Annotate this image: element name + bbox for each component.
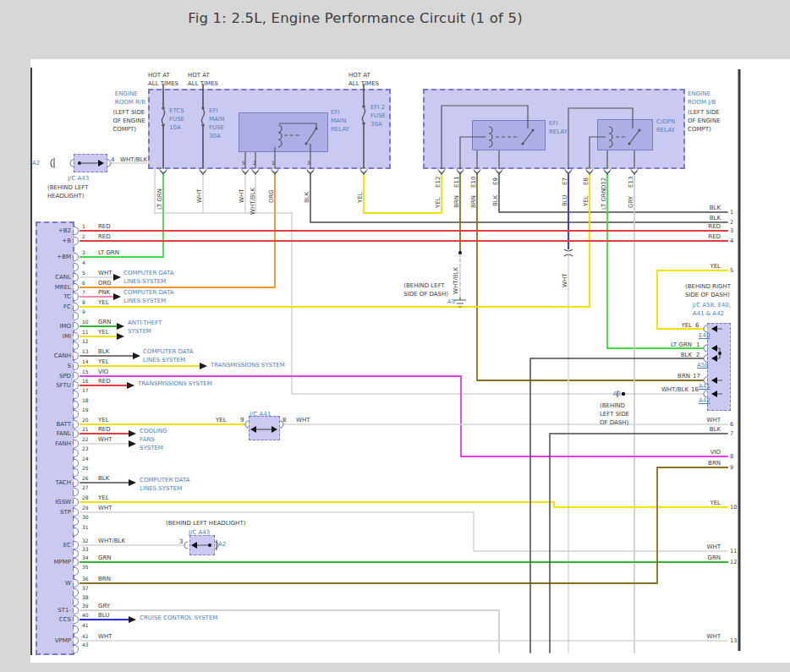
ecm-pin-number: 13 <box>82 348 89 356</box>
diagram-label: ANTI-THEFT SYSTEM <box>128 319 162 336</box>
wire-color-label: VIO <box>98 368 108 376</box>
diagram-label: WHT/BLK <box>249 188 257 215</box>
diagram-label: (BEHIND LEFT HEADLIGHT) <box>166 519 245 527</box>
ecm-pin-number: 34 <box>82 555 89 562</box>
ecm-pin-number: 37 <box>82 585 89 593</box>
ecm-pin-name: MPMP <box>53 558 71 566</box>
diagram-label: A2 <box>218 540 226 549</box>
junction-link[interactable]: A58 <box>697 361 709 369</box>
edge-wire-color-label: BRN <box>708 459 721 467</box>
diagram-label: LT GRN <box>671 341 692 349</box>
wire-color-label: RED <box>98 377 111 385</box>
wire-color-label: WHT/BLK <box>98 537 125 545</box>
diagram-label: YEL <box>582 195 590 206</box>
junction-link[interactable]: E40 <box>699 331 710 340</box>
ecm-pin-name: +B <box>62 237 71 245</box>
edge-wire-color-label: RED <box>708 232 721 241</box>
ecm-pin-number: 35 <box>82 564 89 571</box>
diagram-label: HOT AT ALL TIMES <box>148 71 178 88</box>
ecm-pin-name: IGSW <box>55 498 71 506</box>
ecm-pin-name: FANL <box>57 429 71 438</box>
relay-internals <box>245 106 641 169</box>
diagram-label: E10 <box>469 177 478 188</box>
ecm-pin-number: 19 <box>82 407 89 414</box>
diagram-label: A2 <box>32 159 40 167</box>
diagram-label: (BEHIND LEFT HEADLIGHT) <box>47 183 89 200</box>
ecm-pin-number: 12 <box>82 338 89 346</box>
edge-wire-number: 2 <box>730 219 733 227</box>
edge-wire-number: 10 <box>730 504 737 511</box>
wire-color-label: GRY <box>98 602 110 610</box>
junction-link[interactable]: A41 <box>699 382 710 391</box>
diagram-label: 1 <box>272 160 275 167</box>
diagram-label: BRN <box>678 372 690 380</box>
diagram-label: EFI MAIN RELAY <box>331 108 349 134</box>
wire-color-label: GRN <box>98 554 112 562</box>
ecm-pin-name: SFTU <box>56 381 71 390</box>
ecm-pin-number: 33 <box>82 546 89 554</box>
diagram-label: YEL <box>681 321 692 330</box>
ecm-pin-number: 10 <box>82 319 89 326</box>
ecm-pin-name: +BM <box>57 253 71 261</box>
ecm-pin-name: BATT <box>57 420 71 429</box>
diagram-label: TRANSMISSIONS SYSTEM <box>138 380 212 388</box>
ecm-pin-name: IMO <box>59 322 71 331</box>
ecm-pin-number: 7 <box>82 289 85 297</box>
wires <box>80 163 727 653</box>
diagram-label: COMPUTER DATA LINES SYSTEM <box>123 269 174 286</box>
diagram-label: HOT AT ALL TIMES <box>348 71 379 88</box>
diagram-label: 17 <box>693 372 700 380</box>
ecm-pin-name: STP <box>60 508 71 516</box>
diagram-label: EFI 2 FUSE 30A <box>370 103 386 128</box>
diagram-label: E8 <box>582 178 590 185</box>
system-arrow-icon <box>117 323 124 330</box>
system-arrow-icon <box>113 293 121 300</box>
diagram-label: 1 <box>696 341 699 349</box>
ecm-pin-number: 25 <box>82 465 89 473</box>
junction-link[interactable]: A42 <box>699 396 710 405</box>
ecm-pin-number: 18 <box>82 397 89 405</box>
edge-wire-number: 4 <box>730 238 733 245</box>
diagram-label: GRY <box>627 196 635 208</box>
ecm-pin-number: 31 <box>82 524 89 532</box>
diagram-label: BLU <box>561 195 569 206</box>
edge-wire-number: 12 <box>730 559 737 566</box>
diagram-label: COMPUTER DATA LINES SYSTEM <box>123 288 174 305</box>
edge-wire-color-label: BLK <box>710 425 721 434</box>
diagram-label: COMPUTER DATA LINES SYSTEM <box>143 347 194 364</box>
diagram-label: 2 <box>253 160 256 167</box>
edge-wire-number: 7 <box>730 430 733 438</box>
diagram-label: LT GRN <box>600 188 608 210</box>
ecm-pin-number: 2 <box>82 233 85 241</box>
system-arrow-icon <box>129 440 136 447</box>
diagram-label: E7 <box>561 178 569 185</box>
system-arrow-icon <box>200 363 207 369</box>
wire-color-label: LT GRN <box>98 249 119 257</box>
ecm-pin-name: S <box>68 362 71 370</box>
diagram-label: (BEHIND RIGHT SIDE OF DASH) <box>685 282 731 299</box>
ecm-pin-number: 27 <box>82 484 89 492</box>
edge-wire-number: 8 <box>730 453 733 461</box>
ecm-pin-number: 42 <box>82 633 89 641</box>
diagram-label: E9 <box>491 178 500 185</box>
ecm-pin-name: TACH <box>55 478 71 487</box>
diagram-label: J/C A43 <box>68 174 89 183</box>
diagram-label: BLK <box>681 351 692 359</box>
diagram-label: 9 <box>240 416 244 424</box>
edge-wire-number: 11 <box>730 548 737 555</box>
diagram-label: D12 <box>600 178 608 189</box>
edge-wire-number: 13 <box>730 637 737 645</box>
wire-color-label: BRN <box>98 575 111 583</box>
wire-color-label: WHT <box>98 632 112 641</box>
diagram-label: COMPUTER DATA LINES SYSTEM <box>140 476 190 493</box>
diagram-label: EFI RELAY <box>549 119 568 136</box>
ecm-pin-name: TC <box>63 292 71 301</box>
diagram-label: J/C A58, E40, A41 & A42 <box>693 301 731 318</box>
wire-color-label: YEL <box>98 494 109 502</box>
wire-color-label: RED <box>98 232 111 241</box>
wire-color-label: BLU <box>98 611 109 620</box>
edge-wire-number: 5 <box>730 267 733 275</box>
edge-wire-number: 3 <box>730 227 733 235</box>
diagram-label: WHT <box>296 416 310 424</box>
wire-color-label: ORG <box>98 279 112 287</box>
